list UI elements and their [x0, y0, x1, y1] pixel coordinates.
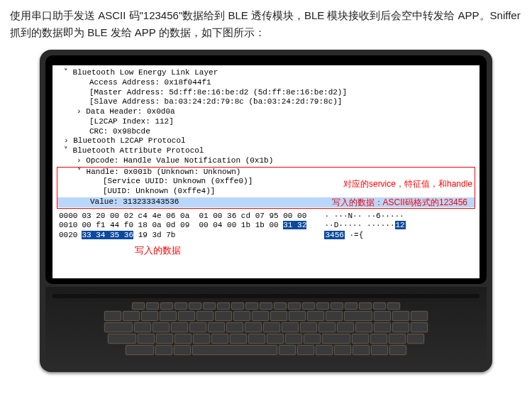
annotation-write: 写入的数据：ASCII码格式的123456 [332, 197, 467, 208]
tree-slave-address: [Slave Address: ba:03:24:2d:79:8c (ba:03… [57, 97, 475, 107]
hex-bytes: 00 f1 44 f0 18 0a 0d 09 00 04 00 1b 1b 0… [79, 221, 309, 231]
hex-offset: 0000 [57, 212, 79, 222]
tree-l2cap-index: [L2CAP Index: 112] [57, 117, 475, 127]
tree-master-address: [Master Address: 5d:ff:8e:16:be:d2 (5d:f… [57, 88, 475, 98]
tree-access-address: Access Address: 0x18f044f1 [57, 78, 475, 88]
annotation-service: 对应的service，特征值，和handle [343, 179, 472, 190]
tree-att-protocol: ˅ Bluetooth Attribute Protocol [57, 146, 475, 156]
hex-bytes: 33 34 35 36 19 3d 7b [79, 231, 309, 241]
tree-value: Value: 313233343536 [57, 197, 179, 206]
tree-ble-ll: ˅ Bluetooth Low Energy Link Layer [57, 68, 475, 78]
hex-offset: 0010 [57, 221, 79, 231]
tree-crc: CRC: 0x98bcde [57, 127, 475, 137]
sniffer-window: ˅ Bluetooth Low Energy Link Layer Access… [52, 65, 480, 278]
hex-dump: 0000 03 20 00 02 c4 4e 06 0a 01 00 36 cd… [57, 212, 408, 241]
hex-ascii: ··D····· ······12 [322, 221, 407, 231]
tree-l2cap-protocol: › Bluetooth L2CAP Protocol [57, 136, 475, 146]
hex-row-1: 0010 00 f1 44 f0 18 0a 0d 09 00 04 00 1b… [57, 221, 408, 231]
hex-ascii: 3456 ·={ [322, 231, 407, 241]
hex-bytes: 03 20 00 02 c4 4e 06 0a 01 00 36 cd 07 9… [79, 212, 309, 222]
instruction-text: 使用串口助手发送 ASCII 码"123456"数据给到 BLE 透传模块，BL… [0, 0, 532, 44]
hex-ascii: · ···N·· ··6····· [322, 212, 407, 222]
hex-row-2: 0020 33 34 35 36 19 3d 7b 3456 ·={ [57, 231, 408, 241]
hex-row-0: 0000 03 20 00 02 c4 4e 06 0a 01 00 36 cd… [57, 212, 408, 222]
tree-handle: ˅ Handle: 0x001b (Unknown: Unknown) [57, 168, 475, 178]
annotation-bottom: 写入的数据 [57, 245, 475, 256]
tree-data-header: › Data Header: 0x0d0a [57, 107, 475, 117]
tree-opcode: › Opcode: Handle Value Notification (0x1… [57, 156, 475, 166]
laptop-frame: ˅ Bluetooth Low Energy Link Layer Access… [40, 50, 492, 372]
hex-offset: 0020 [57, 231, 79, 241]
tree-value-row: Value: 313233343536 写入的数据：ASCII码格式的12345… [57, 197, 475, 207]
laptop-bezel: ˅ Bluetooth Low Energy Link Layer Access… [45, 55, 487, 284]
laptop-keyboard [45, 287, 487, 366]
